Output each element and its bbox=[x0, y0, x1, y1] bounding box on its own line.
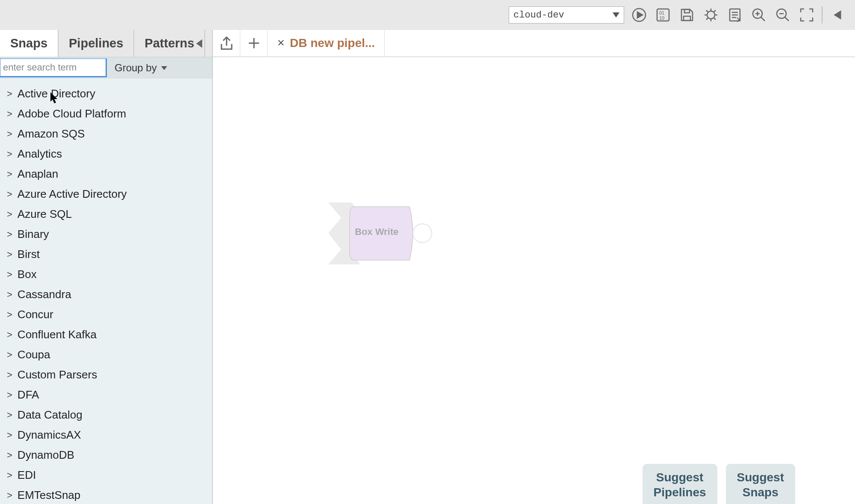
snap-category-label: Coupa bbox=[18, 348, 50, 361]
snap-category[interactable]: >Custom Parsers bbox=[0, 365, 212, 385]
suggest-label: Suggest Snaps bbox=[737, 471, 784, 499]
snap-category-label: Birst bbox=[18, 248, 40, 261]
snap-category[interactable]: >Confluent Kafka bbox=[0, 325, 212, 345]
snap-category[interactable]: >Adobe Cloud Platform bbox=[0, 104, 212, 124]
snap-category[interactable]: >Anaplan bbox=[0, 164, 212, 184]
svg-text:10: 10 bbox=[659, 15, 664, 21]
chevron-right-icon: > bbox=[7, 229, 12, 240]
snap-category-label: Analytics bbox=[18, 147, 62, 161]
new-button[interactable] bbox=[240, 30, 268, 56]
canvas-area: ✕ DB new pipel... Box Write Suggest Pipe… bbox=[213, 30, 855, 504]
snap-category-label: Amazon SQS bbox=[18, 127, 85, 141]
snap-node-label: Box Write bbox=[355, 226, 398, 237]
svg-marker-28 bbox=[196, 39, 202, 48]
snap-category[interactable]: >Azure Active Directory bbox=[0, 184, 212, 204]
snap-category[interactable]: >DynamicsAX bbox=[0, 425, 212, 445]
chevron-right-icon: > bbox=[7, 390, 12, 401]
tab-pipelines[interactable]: Pipelines bbox=[59, 30, 134, 57]
snap-category[interactable]: >Birst bbox=[0, 244, 212, 264]
svg-marker-1 bbox=[637, 12, 643, 18]
snap-category-label: Anaplan bbox=[18, 167, 58, 181]
snap-category[interactable]: >DynamoDB bbox=[0, 445, 212, 465]
toolbar-separator bbox=[822, 6, 823, 23]
snap-category-label: DynamoDB bbox=[18, 448, 74, 462]
snap-category[interactable]: >Binary bbox=[0, 224, 212, 244]
canvas-tabs: ✕ DB new pipel... bbox=[213, 30, 855, 57]
snap-category-label: DFA bbox=[18, 388, 39, 401]
snap-category[interactable]: >Cassandra bbox=[0, 284, 212, 305]
top-toolbar: cloud-dev 01 10 bbox=[509, 0, 855, 30]
snap-category[interactable]: >Amazon SQS bbox=[0, 124, 212, 144]
sidebar: Snaps Pipelines Patterns Group by >Activ… bbox=[0, 30, 213, 504]
snap-list[interactable]: >Active Directory>Adobe Cloud Platform>A… bbox=[0, 79, 212, 504]
chevron-right-icon: > bbox=[7, 269, 12, 280]
suggest-pipelines-button[interactable]: Suggest Pipelines bbox=[643, 464, 717, 504]
groupby-label: Group by bbox=[115, 62, 157, 74]
search-input[interactable] bbox=[3, 62, 103, 73]
chevron-right-icon: > bbox=[7, 450, 12, 461]
snap-category-label: Confluent Kafka bbox=[18, 328, 97, 341]
snap-category-label: Adobe Cloud Platform bbox=[18, 107, 126, 120]
close-tab-icon[interactable]: ✕ bbox=[277, 38, 285, 49]
collapse-sidebar-button[interactable] bbox=[193, 30, 206, 57]
chevron-right-icon: > bbox=[7, 129, 12, 140]
suggest-buttons: Suggest Pipelines Suggest Snaps bbox=[643, 464, 795, 504]
svg-point-7 bbox=[707, 11, 715, 19]
snap-category-label: Active Directory bbox=[18, 87, 95, 100]
snap-category-label: Data Catalog bbox=[18, 408, 83, 422]
chevron-right-icon: > bbox=[7, 329, 12, 340]
chevron-right-icon: > bbox=[7, 189, 12, 200]
svg-line-15 bbox=[706, 18, 708, 20]
svg-line-12 bbox=[706, 10, 708, 12]
run-button[interactable] bbox=[630, 6, 648, 24]
chevron-down-icon bbox=[613, 12, 619, 18]
snap-category[interactable]: >EMTestSnap bbox=[0, 485, 212, 504]
svg-marker-27 bbox=[834, 11, 841, 19]
snap-category[interactable]: >EDI bbox=[0, 465, 212, 485]
pipeline-tab[interactable]: ✕ DB new pipel... bbox=[268, 30, 385, 56]
suggest-label: Suggest Pipelines bbox=[654, 471, 706, 499]
chevron-right-icon: > bbox=[7, 369, 12, 381]
pipeline-tab-label: DB new pipel... bbox=[290, 36, 375, 50]
notes-button[interactable] bbox=[726, 6, 744, 24]
snap-category-label: Concur bbox=[18, 308, 53, 321]
snap-category[interactable]: >Coupa bbox=[0, 345, 212, 365]
import-button[interactable] bbox=[213, 30, 240, 56]
fit-screen-button[interactable] bbox=[798, 6, 816, 24]
zoom-out-button[interactable] bbox=[774, 6, 792, 24]
save-button[interactable] bbox=[678, 6, 696, 24]
svg-rect-6 bbox=[684, 9, 690, 13]
snap-category[interactable]: >Data Catalog bbox=[0, 405, 212, 425]
snap-node-box-write[interactable]: Box Write bbox=[328, 202, 439, 264]
chevron-down-icon bbox=[161, 66, 167, 70]
binary-button[interactable]: 01 10 bbox=[654, 6, 672, 24]
search-row: Group by bbox=[0, 57, 212, 79]
zoom-in-button[interactable] bbox=[750, 6, 768, 24]
suggest-snaps-button[interactable]: Suggest Snaps bbox=[726, 464, 795, 504]
svg-line-14 bbox=[714, 10, 716, 12]
chevron-right-icon: > bbox=[7, 430, 12, 441]
snap-category-label: Cassandra bbox=[18, 288, 71, 301]
chevron-right-icon: > bbox=[7, 490, 12, 501]
chevron-right-icon: > bbox=[7, 249, 12, 260]
environment-select[interactable]: cloud-dev bbox=[509, 6, 624, 23]
chevron-right-icon: > bbox=[7, 149, 12, 160]
chevron-right-icon: > bbox=[7, 88, 12, 100]
search-input-wrap bbox=[0, 59, 107, 77]
snap-category[interactable]: >DFA bbox=[0, 385, 212, 405]
snap-category-label: EMTestSnap bbox=[18, 489, 80, 502]
groupby-button[interactable]: Group by bbox=[107, 62, 175, 74]
svg-rect-5 bbox=[684, 16, 690, 21]
snap-category[interactable]: >Concur bbox=[0, 305, 212, 325]
validate-button[interactable] bbox=[702, 6, 720, 24]
snap-category[interactable]: >Analytics bbox=[0, 144, 212, 164]
collapse-right-button[interactable] bbox=[828, 6, 846, 24]
tab-snaps[interactable]: Snaps bbox=[0, 30, 59, 57]
chevron-right-icon: > bbox=[7, 309, 12, 320]
snap-category[interactable]: >Box bbox=[0, 264, 212, 284]
tab-label: Snaps bbox=[10, 36, 47, 50]
snap-category-label: Azure SQL bbox=[18, 208, 72, 221]
snap-category[interactable]: >Active Directory bbox=[0, 84, 212, 104]
snap-category[interactable]: >Azure SQL bbox=[0, 204, 212, 224]
canvas[interactable]: Box Write Suggest Pipelines Suggest Snap… bbox=[213, 57, 855, 504]
